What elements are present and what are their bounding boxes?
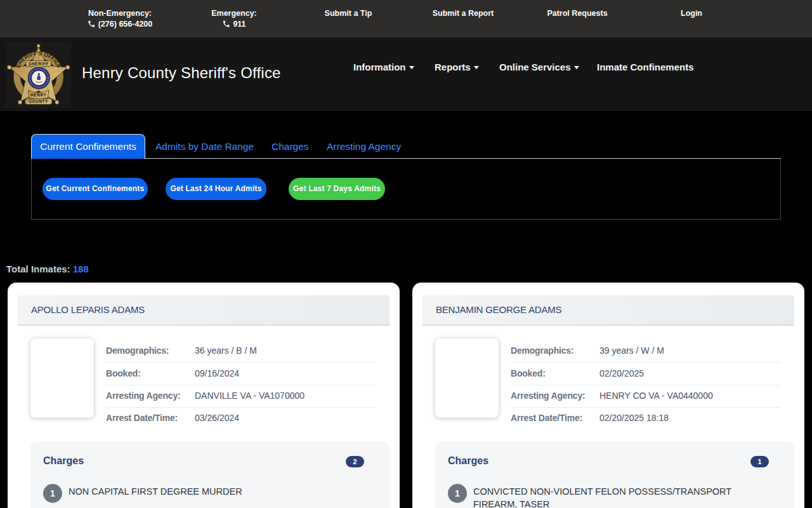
- svg-text:SHERIFF: SHERIFF: [28, 62, 49, 66]
- svg-text:HENRY: HENRY: [30, 93, 47, 97]
- svg-text:COUNTY: COUNTY: [29, 99, 48, 104]
